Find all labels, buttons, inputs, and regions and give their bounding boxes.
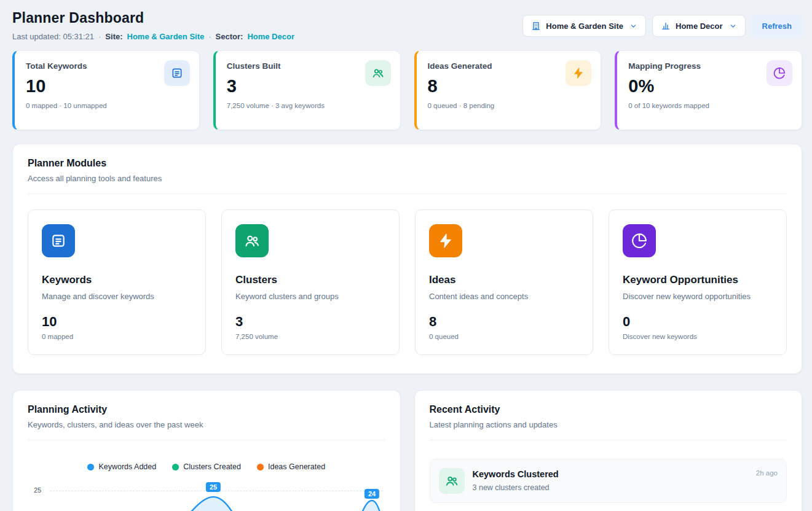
- panel-head: Planning Activity Keywords, clusters, an…: [13, 391, 400, 440]
- module-title: Keywords: [42, 274, 192, 286]
- page-title: Planner Dashboard: [12, 10, 294, 26]
- legend-dot-icon: [87, 464, 94, 470]
- document-icon: [42, 224, 75, 257]
- module-title: Keyword Opportunities: [623, 274, 773, 286]
- planning-activity-chart: 25 25 24: [28, 478, 385, 511]
- last-updated-text: Last updated: 05:31:21: [12, 32, 94, 41]
- module-description: Content ideas and concepts: [429, 292, 579, 301]
- module-sub: 0 queued: [429, 333, 579, 340]
- stat-card-ideas-generated: Ideas Generated 8 0 queued · 8 pending: [414, 50, 602, 130]
- module-card-keyword-opportunities[interactable]: Keyword Opportunities Discover new keywo…: [609, 209, 787, 355]
- panel-subtitle: Latest planning actions and updates: [430, 420, 787, 429]
- module-card-keywords[interactable]: Keywords Manage and discover keywords 10…: [28, 209, 206, 355]
- chart-legend: Keywords Added Clusters Created Ideas Ge…: [13, 440, 400, 471]
- legend-label: Keywords Added: [98, 462, 156, 471]
- module-card-ideas[interactable]: Ideas Content ideas and concepts 8 0 que…: [415, 209, 593, 355]
- panel-subtitle: Access all planning tools and features: [28, 174, 787, 183]
- meta-line: Last updated: 05:31:21 · Site: Home & Ga…: [12, 32, 294, 41]
- header-left: Planner Dashboard Last updated: 05:31:21…: [12, 10, 294, 41]
- page-header: Planner Dashboard Last updated: 05:31:21…: [12, 10, 802, 41]
- sector-selector[interactable]: Home Decor: [652, 15, 746, 37]
- site-label: Site:: [105, 32, 122, 41]
- module-description: Manage and discover keywords: [42, 292, 192, 301]
- data-point-label: 25: [206, 482, 221, 492]
- sector-link[interactable]: Home Decor: [247, 32, 294, 41]
- stat-sub: 7,250 volume · 3 avg keywords: [227, 102, 389, 109]
- stats-row: Total Keywords 10 0 mapped · 10 unmapped…: [12, 50, 802, 130]
- legend-label: Ideas Generated: [268, 462, 325, 471]
- pie-chart-icon: [623, 224, 656, 257]
- module-card-clusters[interactable]: Clusters Keyword clusters and groups 3 7…: [221, 209, 400, 355]
- module-sub: 7,250 volume: [235, 333, 385, 340]
- module-description: Keyword clusters and groups: [235, 292, 385, 301]
- panel-head: Recent Activity Latest planning actions …: [415, 391, 802, 440]
- planner-dashboard-page: Planner Dashboard Last updated: 05:31:21…: [0, 0, 812, 511]
- legend-dot-icon: [172, 464, 179, 470]
- site-selector-label: Home & Garden Site: [546, 21, 623, 31]
- sector-selector-label: Home Decor: [676, 21, 723, 31]
- stat-sub: 0 mapped · 10 unmapped: [26, 102, 188, 109]
- refresh-button[interactable]: Refresh: [752, 15, 802, 37]
- bolt-icon: [566, 60, 591, 86]
- users-icon: [365, 60, 391, 86]
- activity-list: Keywords Clustered 3 new clusters create…: [415, 440, 802, 503]
- pie-chart-icon: [767, 60, 792, 86]
- document-icon: [164, 60, 190, 86]
- stat-card-mapping-progress: Mapping Progress 0% 0 of 10 keywords map…: [615, 50, 802, 130]
- panel-title: Planning Activity: [28, 404, 385, 415]
- chevron-down-icon: [629, 22, 637, 30]
- panel-subtitle: Keywords, clusters, and ideas over the p…: [28, 420, 385, 429]
- module-value: 0: [623, 314, 773, 330]
- stat-card-total-keywords: Total Keywords 10 0 mapped · 10 unmapped: [12, 50, 200, 130]
- module-value: 10: [42, 314, 192, 330]
- module-sub: Discover new keywords: [623, 333, 773, 340]
- header-actions: Home & Garden Site Home Decor Refresh: [522, 15, 802, 37]
- module-value: 3: [235, 314, 385, 330]
- module-value: 8: [429, 314, 579, 330]
- planner-modules-panel: Planner Modules Access all planning tool…: [12, 144, 802, 374]
- site-link[interactable]: Home & Garden Site: [127, 32, 205, 41]
- users-icon: [439, 468, 465, 494]
- activity-description: 3 new clusters created: [473, 483, 748, 492]
- legend-item-clusters-created: Clusters Created: [172, 462, 241, 471]
- panel-title: Recent Activity: [430, 404, 787, 415]
- activity-timestamp: 2h ago: [756, 468, 778, 494]
- legend-dot-icon: [257, 464, 264, 470]
- stat-value: 3: [227, 76, 389, 96]
- panel-head: Planner Modules Access all planning tool…: [13, 144, 802, 194]
- building-icon: [531, 21, 541, 31]
- stat-card-clusters-built: Clusters Built 3 7,250 volume · 3 avg ke…: [213, 50, 401, 130]
- modules-grid: Keywords Manage and discover keywords 10…: [13, 194, 802, 373]
- sector-label: Sector:: [216, 32, 243, 41]
- data-point-label: 24: [365, 489, 379, 499]
- panel-title: Planner Modules: [28, 158, 787, 169]
- activity-title: Keywords Clustered: [473, 469, 748, 479]
- separator-dot: ·: [208, 32, 211, 41]
- bolt-icon: [429, 224, 462, 257]
- recent-activity-panel: Recent Activity Latest planning actions …: [414, 390, 803, 511]
- legend-item-ideas-generated: Ideas Generated: [257, 462, 325, 471]
- module-sub: 0 mapped: [42, 333, 192, 340]
- users-icon: [235, 224, 269, 257]
- stat-label: Clusters Built: [227, 61, 389, 71]
- site-selector[interactable]: Home & Garden Site: [522, 15, 646, 37]
- stat-sub: 0 of 10 keywords mapped: [628, 102, 790, 109]
- chevron-down-icon: [729, 22, 737, 30]
- activity-body: Keywords Clustered 3 new clusters create…: [473, 468, 748, 494]
- bottom-row: Planning Activity Keywords, clusters, an…: [12, 390, 802, 511]
- module-title: Ideas: [429, 274, 579, 286]
- stat-sub: 0 queued · 8 pending: [428, 102, 590, 109]
- separator-dot: ·: [98, 32, 101, 41]
- planning-activity-panel: Planning Activity Keywords, clusters, an…: [12, 390, 401, 511]
- module-title: Clusters: [235, 274, 385, 286]
- bar-chart-icon: [661, 21, 671, 31]
- legend-item-keywords-added: Keywords Added: [87, 462, 156, 471]
- legend-label: Clusters Created: [183, 462, 241, 471]
- activity-item-keywords-clustered: Keywords Clustered 3 new clusters create…: [430, 459, 787, 503]
- module-description: Discover new keyword opportunities: [623, 292, 773, 301]
